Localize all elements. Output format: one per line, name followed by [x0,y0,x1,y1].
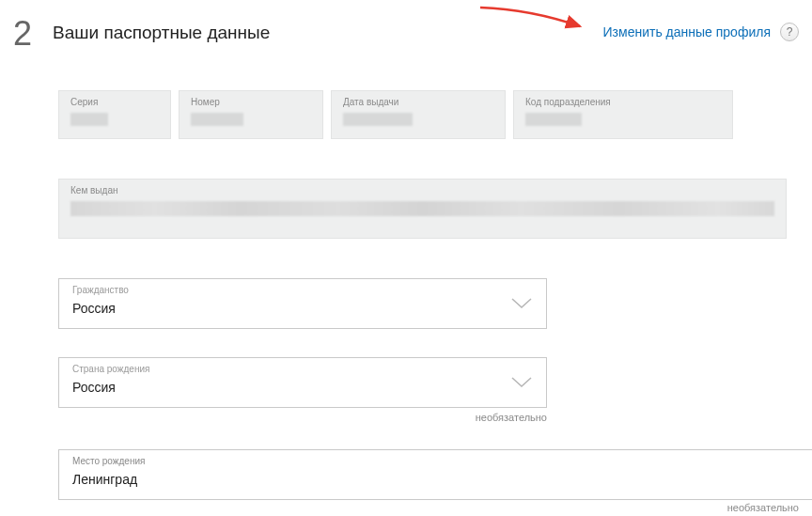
citizenship-value: Россия [72,301,533,316]
issued-by-label: Кем выдан [70,185,774,195]
step-number: 2 [13,17,32,51]
birth-place-value: Ленинград [72,472,800,487]
birth-country-label: Страна рождения [72,364,533,374]
birth-place-input[interactable]: Место рождения Ленинград [58,449,812,500]
issue-date-field: Дата выдачи [331,90,506,139]
dept-code-value-redacted [525,113,582,126]
birth-place-label: Место рождения [72,456,800,466]
citizenship-group: Гражданство Россия [58,278,799,329]
change-profile-link[interactable]: Изменить данные профиля [603,24,771,39]
dept-code-label: Код подразделения [525,97,721,107]
number-value-redacted [191,113,243,126]
series-field: Серия [58,90,171,139]
number-field: Номер [179,90,323,139]
birth-place-group: Место рождения Ленинград [58,449,799,500]
chevron-down-icon [510,297,533,310]
chevron-down-icon [510,376,533,389]
help-button[interactable]: ? [780,23,799,41]
dept-code-field: Код подразделения [513,90,733,139]
birth-country-select[interactable]: Страна рождения Россия [58,357,547,408]
birth-country-optional: необязательно [58,412,547,423]
section-header: 2 Ваши паспортные данные Изменить данные… [13,17,799,51]
issued-by-field: Кем выдан [58,179,787,239]
birth-country-value: Россия [72,380,533,395]
issue-date-label: Дата выдачи [343,97,493,107]
birth-place-optional: необязательно [13,502,799,513]
header-left: 2 Ваши паспортные данные [13,17,270,51]
birth-country-group: Страна рождения Россия необязательно [58,357,799,423]
form-content: Серия Номер Дата выдачи Код подразделени… [13,90,799,500]
citizenship-label: Гражданство [72,285,533,295]
issued-by-row: Кем выдан [58,179,799,239]
issue-date-value-redacted [343,113,413,126]
section-title: Ваши паспортные данные [53,17,270,43]
citizenship-select[interactable]: Гражданство Россия [58,278,547,329]
passport-row: Серия Номер Дата выдачи Код подразделени… [58,90,799,139]
number-label: Номер [191,97,311,107]
series-label: Серия [70,97,159,107]
series-value-redacted [70,113,108,126]
header-right: Изменить данные профиля ? [603,17,799,41]
issued-by-value-redacted [70,201,774,216]
